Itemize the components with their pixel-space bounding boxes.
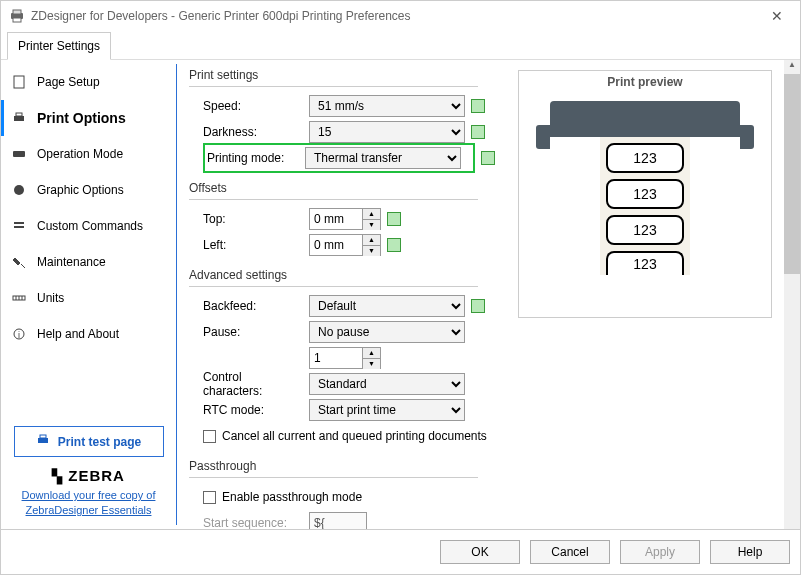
group-print-settings-title: Print settings (189, 60, 478, 87)
sidebar-item-graphic-options[interactable]: Graphic Options (1, 172, 176, 208)
sidebar-item-custom-commands[interactable]: Custom Commands (1, 208, 176, 244)
commands-icon (11, 218, 27, 234)
control-chars-label: Control characters: (203, 370, 303, 398)
svg-rect-9 (14, 226, 24, 228)
cancel-button[interactable]: Cancel (530, 540, 610, 564)
darkness-select[interactable]: 15 (309, 121, 465, 143)
pause-count-spinner[interactable]: ▲▼ (309, 347, 381, 369)
tab-printer-settings[interactable]: Printer Settings (7, 32, 111, 60)
sidebar-item-label: Help and About (37, 327, 119, 341)
download-link[interactable]: Download your free copy of ZebraDesigner… (9, 488, 168, 517)
preview-label: 123 (606, 251, 684, 275)
svg-rect-4 (14, 116, 24, 121)
print-test-page-label: Print test page (58, 435, 141, 449)
info-icon: i (11, 326, 27, 342)
sidebar-item-label: Operation Mode (37, 147, 123, 161)
preferences-window: ZDesigner for Developers - Generic Print… (0, 0, 801, 575)
rtc-select[interactable]: Start print time (309, 399, 465, 421)
scrollbar-vertical[interactable]: ▲ (784, 60, 800, 529)
scrollbar-thumb[interactable] (784, 74, 800, 274)
main-panel: Print preview 123 123 123 123 Print sett… (177, 60, 784, 529)
sidebar-item-maintenance[interactable]: Maintenance (1, 244, 176, 280)
backfeed-select[interactable]: Default (309, 295, 465, 317)
page-icon (11, 74, 27, 90)
svg-rect-3 (14, 76, 24, 88)
sidebar-nav: Page Setup Print Options Operation Mode … (1, 64, 176, 418)
spin-up-icon[interactable]: ▲ (363, 348, 380, 359)
printer-illustration: 123 123 123 123 (550, 101, 740, 275)
palette-icon (11, 182, 27, 198)
start-seq-label: Start sequence: (203, 516, 303, 529)
left-label: Left: (203, 238, 303, 252)
enable-passthrough-checkbox[interactable]: Enable passthrough mode (203, 490, 362, 504)
ruler-icon (11, 290, 27, 306)
group-advanced-title: Advanced settings (189, 260, 478, 287)
top-label: Top: (203, 212, 303, 226)
checkbox-icon (203, 491, 216, 504)
backfeed-label: Backfeed: (203, 299, 303, 313)
sidebar-item-units[interactable]: Units (1, 280, 176, 316)
override-indicator[interactable] (471, 99, 485, 113)
override-indicator[interactable] (387, 212, 401, 226)
speed-select[interactable]: 51 mm/s (309, 95, 465, 117)
scroll-up-icon[interactable]: ▲ (784, 60, 800, 74)
pause-select[interactable]: No pause (309, 321, 465, 343)
ok-button[interactable]: OK (440, 540, 520, 564)
printer-icon (36, 433, 50, 450)
printer-icon (11, 110, 27, 126)
preview-label: 123 (606, 179, 684, 209)
override-indicator[interactable] (387, 238, 401, 252)
top-spinner[interactable]: ▲▼ (309, 208, 381, 230)
control-chars-select[interactable]: Standard (309, 373, 465, 395)
sidebar-item-help-about[interactable]: i Help and About (1, 316, 176, 352)
preview-label: 123 (606, 215, 684, 245)
operation-icon (11, 146, 27, 162)
override-indicator[interactable] (471, 125, 485, 139)
spin-down-icon[interactable]: ▼ (363, 359, 380, 369)
close-button[interactable]: ✕ (762, 8, 792, 24)
sidebar-item-page-setup[interactable]: Page Setup (1, 64, 176, 100)
print-test-page-button[interactable]: Print test page (14, 426, 164, 457)
enable-passthrough-label: Enable passthrough mode (222, 490, 362, 504)
sidebar-item-label: Maintenance (37, 255, 106, 269)
left-spinner[interactable]: ▲▼ (309, 234, 381, 256)
tabstrip: Printer Settings (1, 31, 800, 60)
titlebar: ZDesigner for Developers - Generic Print… (1, 1, 800, 31)
printing-mode-select[interactable]: Thermal transfer (305, 147, 461, 169)
window-title: ZDesigner for Developers - Generic Print… (31, 9, 762, 23)
preview-title: Print preview (519, 71, 771, 91)
wrench-icon (11, 254, 27, 270)
apply-button[interactable]: Apply (620, 540, 700, 564)
sidebar-bottom: Print test page ▚ ZEBRA Download your fr… (1, 418, 176, 525)
printing-mode-highlight: Printing mode: Thermal transfer (203, 143, 475, 173)
sidebar-item-label: Page Setup (37, 75, 100, 89)
svg-point-7 (14, 185, 24, 195)
spin-up-icon[interactable]: ▲ (363, 209, 380, 220)
start-seq-input[interactable] (309, 512, 367, 529)
checkbox-icon (203, 430, 216, 443)
sidebar-item-label: Custom Commands (37, 219, 143, 233)
svg-rect-5 (16, 113, 22, 116)
svg-rect-6 (13, 151, 25, 157)
cancel-all-checkbox[interactable]: Cancel all current and queued printing d… (203, 429, 487, 443)
rtc-label: RTC mode: (203, 403, 303, 417)
printing-mode-label: Printing mode: (207, 151, 299, 165)
spin-up-icon[interactable]: ▲ (363, 235, 380, 246)
zebra-logo: ▚ ZEBRA (9, 467, 168, 484)
print-preview-panel: Print preview 123 123 123 123 (518, 70, 772, 318)
dialog-footer: OK Cancel Apply Help (1, 529, 800, 574)
cancel-all-label: Cancel all current and queued printing d… (222, 429, 487, 443)
group-passthrough-title: Passthrough (189, 451, 478, 478)
sidebar-item-label: Graphic Options (37, 183, 124, 197)
dialog-body: Page Setup Print Options Operation Mode … (1, 60, 800, 529)
override-indicator[interactable] (471, 299, 485, 313)
darkness-label: Darkness: (203, 125, 303, 139)
sidebar-item-operation-mode[interactable]: Operation Mode (1, 136, 176, 172)
override-indicator[interactable] (481, 151, 495, 165)
help-button[interactable]: Help (710, 540, 790, 564)
spin-down-icon[interactable]: ▼ (363, 246, 380, 256)
spin-down-icon[interactable]: ▼ (363, 220, 380, 230)
group-offsets-title: Offsets (189, 173, 478, 200)
sidebar-item-print-options[interactable]: Print Options (1, 100, 176, 136)
svg-text:i: i (18, 330, 20, 340)
